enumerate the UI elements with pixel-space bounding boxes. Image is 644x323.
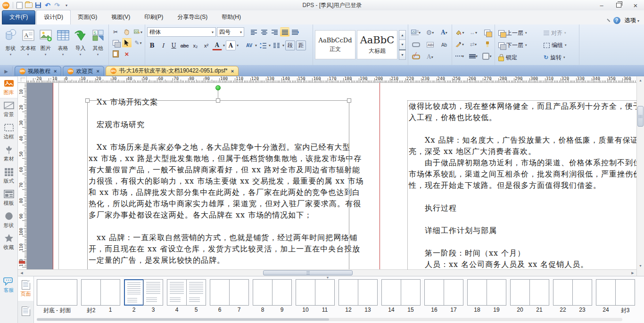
menu-tab-2[interactable]: 视图(V) bbox=[104, 10, 137, 24]
insert-text-box-button[interactable]: A文本框▾ bbox=[19, 26, 37, 63]
menu-tab-4[interactable]: 分享导出(S) bbox=[170, 10, 215, 24]
bold-button[interactable]: B bbox=[147, 40, 157, 50]
page-thumbnail-封2[interactable] bbox=[81, 279, 101, 306]
page-thumbnail-16[interactable] bbox=[424, 279, 444, 306]
text-style-button[interactable]: A▾ bbox=[438, 28, 450, 37]
undo-button[interactable]: ↶ bbox=[43, 1, 52, 9]
strikethrough-button[interactable]: abc bbox=[180, 40, 190, 50]
insert-other-button[interactable]: 5其他▾ bbox=[89, 26, 107, 63]
align-justify-button[interactable] bbox=[280, 27, 289, 37]
font-family-select[interactable]: 楷体▾ bbox=[147, 27, 216, 37]
menu-tab-5[interactable]: 帮助(H) bbox=[215, 10, 248, 24]
align-center-button[interactable] bbox=[259, 27, 269, 37]
horizontal-spacing-button[interactable]: ↔▾ bbox=[468, 28, 479, 37]
page-thumbnail-19[interactable] bbox=[487, 279, 506, 306]
italic-button[interactable]: I bbox=[158, 40, 168, 50]
crop-picture-tool-button[interactable]: ▾ bbox=[133, 27, 143, 37]
scroll-down-icon[interactable]: ▼ bbox=[637, 263, 644, 268]
sidebar-item-4[interactable]: 版式 bbox=[0, 165, 17, 187]
text-effects-edit-button[interactable]: ABC bbox=[424, 40, 436, 49]
subscript-button[interactable]: x₂ bbox=[190, 40, 200, 50]
style-card-0[interactable]: AaBbCcDd正文 bbox=[315, 30, 355, 59]
page-thumbnail-1[interactable] bbox=[100, 279, 120, 306]
close-tab-icon[interactable]: × bbox=[231, 68, 234, 74]
document-tab-2[interactable]: DPS书-大16开软皮平装-文档190422-0951.dpsf*× bbox=[106, 66, 239, 76]
sidebar-item-1[interactable]: 背景 bbox=[0, 98, 17, 121]
master-page-tab[interactable] bbox=[18, 301, 33, 322]
restore-button[interactable] bbox=[610, 0, 627, 10]
insert-table-button[interactable]: 表格▾ bbox=[54, 26, 72, 63]
page-thumbnail-2[interactable] bbox=[124, 279, 144, 306]
page-thumbnail-4[interactable] bbox=[167, 279, 187, 306]
bring-forward-button[interactable]: 上一层▾ bbox=[497, 28, 542, 38]
document-tab-0[interactable]: DPS视频教程× bbox=[15, 66, 61, 76]
save-button[interactable] bbox=[33, 1, 43, 9]
page-thumbnail-20[interactable] bbox=[510, 279, 530, 306]
rotate-button[interactable]: ↻旋转▾ bbox=[542, 52, 577, 63]
insert-shapes-button[interactable]: 形状▾ bbox=[2, 26, 19, 63]
page-thumbnail-17[interactable] bbox=[444, 279, 463, 306]
brush-format-button[interactable] bbox=[481, 40, 493, 49]
selection-frame[interactable] bbox=[87, 100, 349, 269]
page-canvas[interactable]: Xx 市场开拓文案 宏观市场研究 Xx 市场历来是兵家必争之地，各大品牌竞争十分… bbox=[27, 83, 636, 269]
outline-color-button[interactable]: ▾ bbox=[454, 40, 465, 49]
vertical-scroll-thumb[interactable] bbox=[637, 106, 644, 127]
page-thumbnail-18[interactable] bbox=[467, 279, 487, 306]
paste-button[interactable] bbox=[111, 49, 120, 58]
page-thumbnail-13[interactable] bbox=[358, 279, 378, 306]
new-document-button[interactable] bbox=[15, 1, 24, 9]
line-spacing-button[interactable] bbox=[258, 40, 268, 50]
draw-pen-tool-button[interactable]: ✎▾ bbox=[133, 38, 143, 48]
paragraph-settings-button[interactable]: 段 bbox=[285, 40, 295, 50]
underline-button[interactable]: U bbox=[169, 40, 179, 50]
redo-button[interactable]: ↷ bbox=[52, 1, 62, 9]
font-size-select[interactable]: 四号▾ bbox=[217, 27, 244, 37]
horizontal-scrollbar[interactable]: ◀ ▶ bbox=[18, 269, 636, 276]
send-backward-button[interactable]: 下一层▾ bbox=[497, 40, 542, 50]
resize-handle-top-right[interactable] bbox=[347, 98, 351, 103]
page-thumbnail-12[interactable] bbox=[339, 279, 358, 306]
hyperlink-button[interactable] bbox=[410, 40, 421, 49]
pages-tab[interactable]: 页面 bbox=[18, 276, 33, 301]
rotation-handle[interactable] bbox=[215, 85, 221, 90]
page-thumbnail-15[interactable] bbox=[401, 279, 421, 306]
options-button[interactable]: 选项 ▾ bbox=[625, 16, 639, 24]
right-page-text-frame[interactable]: 做得比较成功，现在整体网络健全，而且产品系列十分齐全，便于商入工程，价格也比较低… bbox=[407, 100, 636, 269]
select-tool-button[interactable] bbox=[122, 38, 132, 48]
vertical-scrollbar[interactable]: ▲ ▼ bbox=[636, 76, 644, 276]
line-weight-button[interactable]: ▾ bbox=[468, 51, 479, 61]
text-wrap-button[interactable]: ▾ bbox=[410, 28, 421, 37]
page-thumbnail-6[interactable] bbox=[210, 279, 230, 306]
page-thumbnail-封底 - 封面[interactable] bbox=[37, 279, 77, 306]
quick-access-customize-button[interactable]: ▾ bbox=[62, 1, 71, 9]
insert-picture-button[interactable]: 图片▾ bbox=[37, 26, 54, 63]
highlight-color-button[interactable]: A bbox=[226, 40, 236, 50]
columns-button[interactable] bbox=[272, 40, 281, 50]
page-thumbnail-23[interactable] bbox=[572, 279, 592, 306]
sidebar-item-2[interactable]: 边框 bbox=[0, 121, 17, 143]
page-thumbnail-3[interactable] bbox=[143, 279, 163, 306]
collapse-panel-button[interactable]: ▶ bbox=[0, 66, 13, 76]
menu-tab-3[interactable]: 印刷(P) bbox=[137, 10, 170, 24]
effect-settings-button[interactable]: ⚙▾ bbox=[424, 28, 436, 37]
scroll-up-icon[interactable]: ▲ bbox=[637, 77, 644, 83]
copy-button[interactable] bbox=[111, 38, 120, 48]
page-thumbnail-14[interactable] bbox=[381, 279, 401, 306]
help-icon[interactable]: ? bbox=[613, 17, 620, 24]
page-thumbnail-24[interactable] bbox=[596, 279, 616, 306]
resize-handle-top-left[interactable] bbox=[85, 98, 90, 103]
dash-style-button[interactable]: ▾ bbox=[454, 51, 465, 61]
page-thumbnail-8[interactable] bbox=[253, 279, 272, 306]
spacing-settings-button[interactable]: 距 bbox=[296, 40, 306, 50]
insert-import-button[interactable]: 导入▾ bbox=[72, 26, 89, 63]
page-thumbnail-22[interactable] bbox=[553, 279, 573, 306]
horizontal-scroll-thumb[interactable] bbox=[263, 270, 353, 275]
document-tab-1[interactable]: DPS欢迎页× bbox=[63, 66, 104, 76]
open-button[interactable] bbox=[24, 1, 33, 9]
sidebar-item-5[interactable]: 模板 bbox=[0, 187, 17, 209]
pan-hand-button[interactable] bbox=[122, 27, 132, 37]
page-thumbnail-5[interactable] bbox=[186, 279, 206, 306]
align-left-button[interactable] bbox=[249, 27, 258, 37]
group-button[interactable]: 编组▾ bbox=[542, 40, 577, 50]
style-card-1[interactable]: AaBbC大标题 bbox=[357, 30, 397, 59]
